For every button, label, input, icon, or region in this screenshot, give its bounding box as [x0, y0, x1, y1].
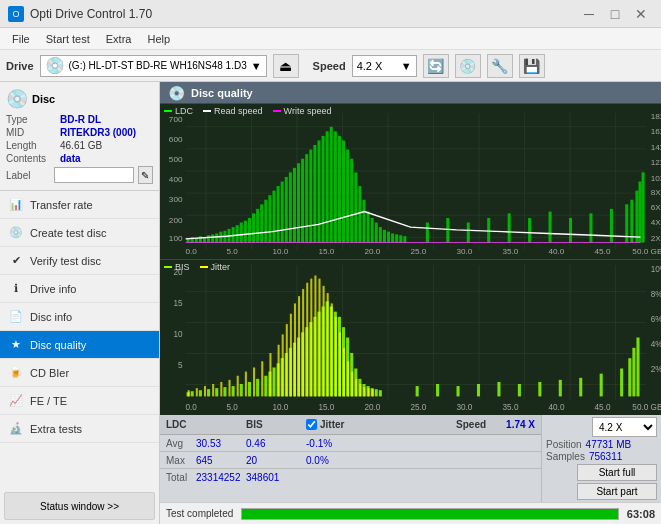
- svg-rect-54: [289, 172, 292, 242]
- menu-help[interactable]: Help: [139, 31, 178, 47]
- svg-rect-128: [240, 384, 243, 396]
- svg-rect-188: [290, 314, 292, 397]
- svg-rect-183: [261, 361, 263, 396]
- svg-rect-57: [301, 159, 304, 243]
- speed-val-display: 1.74 X: [506, 419, 535, 430]
- window-controls: ─ □ ✕: [577, 4, 653, 24]
- label-edit-button[interactable]: ✎: [138, 166, 153, 184]
- col-bis: BIS: [246, 419, 306, 430]
- svg-text:700: 700: [169, 116, 183, 124]
- svg-rect-61: [317, 140, 320, 242]
- svg-text:10X: 10X: [651, 174, 661, 182]
- svg-rect-181: [245, 372, 247, 397]
- svg-rect-123: [199, 390, 202, 396]
- nav-label-extra-tests: Extra tests: [30, 423, 82, 435]
- nav-label-drive-info: Drive info: [30, 283, 76, 295]
- svg-text:35.0: 35.0: [503, 403, 519, 412]
- svg-rect-58: [305, 154, 308, 242]
- svg-rect-168: [579, 378, 582, 397]
- svg-text:30.0: 30.0: [457, 403, 473, 412]
- sidebar-item-cd-bier[interactable]: 🍺 CD BIer: [0, 359, 159, 387]
- svg-rect-32: [199, 236, 202, 242]
- svg-text:400: 400: [169, 176, 183, 184]
- maximize-button[interactable]: □: [603, 4, 627, 24]
- svg-text:50.0 GB: 50.0 GB: [632, 403, 661, 412]
- disc-section-label: Disc: [32, 93, 55, 105]
- status-text: Test completed: [166, 508, 233, 519]
- svg-rect-131: [264, 376, 267, 397]
- svg-text:10%: 10%: [651, 265, 661, 274]
- sidebar-item-fe-te[interactable]: 📈 FE / TE: [0, 387, 159, 415]
- svg-rect-164: [497, 382, 500, 396]
- disc-quality-header: 💿 Disc quality: [160, 82, 661, 104]
- svg-rect-197: [327, 293, 329, 396]
- save-button[interactable]: 💾: [519, 54, 545, 78]
- svg-text:15: 15: [173, 299, 183, 308]
- svg-rect-82: [403, 236, 406, 242]
- content-area: 💿 Disc quality LDC Read speed: [160, 82, 661, 524]
- disc-info-icon: 📄: [8, 309, 24, 325]
- chart1-svg: 700 600 500 400 300 200 100 18X 16X 14X …: [160, 104, 661, 259]
- svg-rect-176: [204, 386, 206, 396]
- svg-rect-89: [549, 212, 552, 243]
- menu-extra[interactable]: Extra: [98, 31, 140, 47]
- sidebar-item-disc-quality[interactable]: ★ Disc quality: [0, 331, 159, 359]
- progress-fill: [242, 509, 618, 519]
- sidebar-item-drive-info[interactable]: ℹ Drive info: [0, 275, 159, 303]
- eject-button[interactable]: ⏏: [273, 54, 299, 78]
- close-button[interactable]: ✕: [629, 4, 653, 24]
- create-test-icon: 💿: [8, 225, 24, 241]
- svg-text:40.0: 40.0: [549, 403, 565, 412]
- avg-ldc: 30.53: [196, 438, 246, 449]
- svg-rect-189: [294, 303, 296, 396]
- svg-rect-174: [188, 390, 190, 396]
- start-full-button[interactable]: Start full: [577, 464, 657, 481]
- contents-val: data: [60, 153, 81, 164]
- svg-rect-187: [286, 324, 288, 396]
- main-area: 💿 Disc Type BD-R DL MID RITEKDR3 (000) L…: [0, 82, 661, 524]
- svg-rect-48: [264, 200, 267, 243]
- label-input[interactable]: [54, 167, 134, 183]
- settings-button[interactable]: 🔧: [487, 54, 513, 78]
- svg-text:45.0: 45.0: [595, 403, 611, 412]
- svg-rect-170: [620, 369, 623, 397]
- status-window-button[interactable]: Status window >>: [4, 492, 155, 520]
- legend-jitter: Jitter: [200, 262, 231, 272]
- menu-file[interactable]: File: [4, 31, 38, 47]
- svg-rect-184: [269, 353, 271, 396]
- minimize-button[interactable]: ─: [577, 4, 601, 24]
- jitter-checkbox[interactable]: [306, 419, 317, 430]
- menu-start-test[interactable]: Start test: [38, 31, 98, 47]
- sidebar-item-extra-tests[interactable]: 🔬 Extra tests: [0, 415, 159, 443]
- drive-selector[interactable]: 💿 (G:) HL-DT-ST BD-RE WH16NS48 1.D3 ▼: [40, 55, 267, 77]
- sidebar-item-transfer-rate[interactable]: 📊 Transfer rate: [0, 191, 159, 219]
- svg-text:25.0: 25.0: [411, 403, 427, 412]
- disc-quality-header-icon: 💿: [168, 85, 185, 101]
- type-val: BD-R DL: [60, 114, 101, 125]
- sidebar-item-disc-info[interactable]: 📄 Disc info: [0, 303, 159, 331]
- nav-label-transfer-rate: Transfer rate: [30, 199, 93, 211]
- svg-rect-65: [334, 131, 337, 242]
- samples-val: 756311: [589, 451, 622, 462]
- svg-text:20.0: 20.0: [364, 248, 380, 256]
- svg-text:10.0: 10.0: [272, 403, 288, 412]
- disc-button[interactable]: 💿: [455, 54, 481, 78]
- legend-write-speed: Write speed: [273, 106, 332, 116]
- svg-text:2%: 2%: [651, 365, 661, 374]
- sidebar-item-create-test-disc[interactable]: 💿 Create test disc: [0, 219, 159, 247]
- avg-jitter: -0.1%: [306, 438, 332, 449]
- svg-rect-90: [569, 218, 572, 243]
- svg-rect-51: [277, 186, 280, 243]
- svg-rect-203: [351, 372, 353, 397]
- svg-rect-124: [207, 389, 210, 396]
- refresh-button[interactable]: 🔄: [423, 54, 449, 78]
- speed-dropdown[interactable]: 4.2 X: [592, 417, 657, 437]
- svg-rect-159: [379, 390, 382, 396]
- sidebar-item-verify-test-disc[interactable]: ✔ Verify test disc: [0, 247, 159, 275]
- start-part-button[interactable]: Start part: [577, 483, 657, 500]
- legend-write-label: Write speed: [284, 106, 332, 116]
- svg-rect-193: [310, 279, 312, 397]
- svg-rect-166: [538, 382, 541, 396]
- position-label: Position: [546, 439, 582, 450]
- speed-selector[interactable]: 4.2 X ▼: [352, 55, 417, 77]
